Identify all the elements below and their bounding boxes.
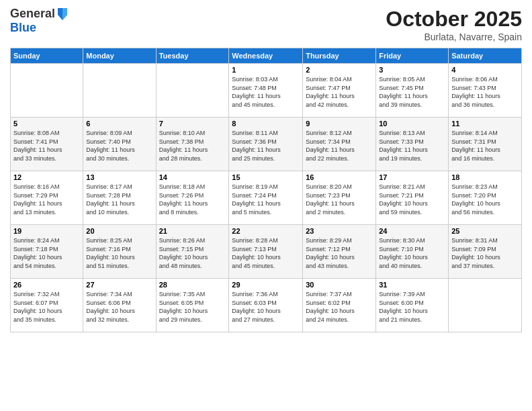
day-info: Sunrise: 8:05 AM Sunset: 7:45 PM Dayligh… [379,75,445,109]
calendar-cell: 30Sunrise: 7:37 AM Sunset: 6:02 PM Dayli… [303,279,376,332]
col-sunday: Sunday [11,48,83,64]
calendar-cell: 19Sunrise: 8:24 AM Sunset: 7:18 PM Dayli… [11,225,83,279]
col-saturday: Saturday [449,48,522,64]
calendar-cell: 12Sunrise: 8:16 AM Sunset: 7:29 PM Dayli… [11,171,83,225]
day-number: 8 [232,120,300,128]
calendar-cell: 7Sunrise: 8:10 AM Sunset: 7:38 PM Daylig… [156,118,229,171]
calendar-table: Sunday Monday Tuesday Wednesday Thursday… [10,48,522,332]
day-info: Sunrise: 8:25 AM Sunset: 7:16 PM Dayligh… [86,236,152,270]
day-info: Sunrise: 8:06 AM Sunset: 7:43 PM Dayligh… [451,75,519,109]
day-info: Sunrise: 8:14 AM Sunset: 7:31 PM Dayligh… [451,129,519,163]
calendar-cell: 6Sunrise: 8:09 AM Sunset: 7:40 PM Daylig… [83,118,156,171]
calendar-cell: 10Sunrise: 8:13 AM Sunset: 7:33 PM Dayli… [376,118,449,171]
day-number: 27 [86,281,152,289]
day-number: 12 [13,173,80,181]
day-number: 3 [379,66,445,74]
day-info: Sunrise: 7:35 AM Sunset: 6:05 PM Dayligh… [159,290,226,324]
page: General Blue October 2025 Burlata, Navar… [0,0,532,411]
day-number: 10 [379,120,445,128]
calendar-cell: 4Sunrise: 8:06 AM Sunset: 7:43 PM Daylig… [449,64,522,118]
col-tuesday: Tuesday [156,48,229,64]
day-number: 22 [232,227,300,235]
day-info: Sunrise: 8:26 AM Sunset: 7:15 PM Dayligh… [159,236,226,270]
day-info: Sunrise: 7:39 AM Sunset: 6:00 PM Dayligh… [379,290,445,324]
logo-blue: Blue [10,21,36,34]
day-number: 14 [159,173,226,181]
day-info: Sunrise: 8:12 AM Sunset: 7:34 PM Dayligh… [306,129,373,163]
header: General Blue October 2025 Burlata, Navar… [10,7,522,42]
day-number: 1 [232,66,300,74]
calendar-cell: 14Sunrise: 8:18 AM Sunset: 7:26 PM Dayli… [156,171,229,225]
calendar-cell: 26Sunrise: 7:32 AM Sunset: 6:07 PM Dayli… [11,279,83,332]
col-monday: Monday [83,48,156,64]
location: Burlata, Navarre, Spain [386,32,522,42]
day-number: 4 [451,66,519,74]
title-block: October 2025 Burlata, Navarre, Spain [386,7,522,42]
calendar-week-4: 19Sunrise: 8:24 AM Sunset: 7:18 PM Dayli… [11,225,522,279]
day-number: 2 [306,66,373,74]
calendar-cell [11,64,83,118]
calendar-cell: 22Sunrise: 8:28 AM Sunset: 7:13 PM Dayli… [229,225,303,279]
calendar-cell: 24Sunrise: 8:30 AM Sunset: 7:10 PM Dayli… [376,225,449,279]
day-info: Sunrise: 8:09 AM Sunset: 7:40 PM Dayligh… [86,129,152,163]
calendar-week-2: 5Sunrise: 8:08 AM Sunset: 7:41 PM Daylig… [11,118,522,171]
calendar-cell: 23Sunrise: 8:29 AM Sunset: 7:12 PM Dayli… [303,225,376,279]
calendar-cell: 8Sunrise: 8:11 AM Sunset: 7:36 PM Daylig… [229,118,303,171]
day-info: Sunrise: 8:13 AM Sunset: 7:33 PM Dayligh… [379,129,445,163]
calendar-cell: 18Sunrise: 8:23 AM Sunset: 7:20 PM Dayli… [449,171,522,225]
logo-icon [56,7,69,21]
calendar-cell: 28Sunrise: 7:35 AM Sunset: 6:05 PM Dayli… [156,279,229,332]
day-number: 23 [306,227,373,235]
day-number: 26 [13,281,80,289]
calendar-week-5: 26Sunrise: 7:32 AM Sunset: 6:07 PM Dayli… [11,279,522,332]
svg-marker-1 [62,8,67,20]
day-info: Sunrise: 8:03 AM Sunset: 7:48 PM Dayligh… [232,75,300,109]
calendar-cell: 16Sunrise: 8:20 AM Sunset: 7:23 PM Dayli… [303,171,376,225]
day-number: 29 [232,281,300,289]
day-info: Sunrise: 8:11 AM Sunset: 7:36 PM Dayligh… [232,129,300,163]
calendar-cell: 15Sunrise: 8:19 AM Sunset: 7:24 PM Dayli… [229,171,303,225]
day-info: Sunrise: 8:24 AM Sunset: 7:18 PM Dayligh… [13,236,80,270]
calendar-cell [156,64,229,118]
day-number: 11 [451,120,519,128]
calendar-cell: 1Sunrise: 8:03 AM Sunset: 7:48 PM Daylig… [229,64,303,118]
day-number: 28 [159,281,226,289]
day-info: Sunrise: 7:32 AM Sunset: 6:07 PM Dayligh… [13,290,80,324]
day-info: Sunrise: 8:29 AM Sunset: 7:12 PM Dayligh… [306,236,373,270]
day-number: 18 [451,173,519,181]
day-number: 30 [306,281,373,289]
calendar-week-1: 1Sunrise: 8:03 AM Sunset: 7:48 PM Daylig… [11,64,522,118]
calendar-cell: 9Sunrise: 8:12 AM Sunset: 7:34 PM Daylig… [303,118,376,171]
calendar-cell: 21Sunrise: 8:26 AM Sunset: 7:15 PM Dayli… [156,225,229,279]
day-info: Sunrise: 7:36 AM Sunset: 6:03 PM Dayligh… [232,290,300,324]
col-thursday: Thursday [303,48,376,64]
day-info: Sunrise: 8:10 AM Sunset: 7:38 PM Dayligh… [159,129,226,163]
day-number: 20 [86,227,152,235]
month-title: October 2025 [386,7,522,32]
calendar-cell: 2Sunrise: 8:04 AM Sunset: 7:47 PM Daylig… [303,64,376,118]
calendar-cell: 3Sunrise: 8:05 AM Sunset: 7:45 PM Daylig… [376,64,449,118]
day-number: 16 [306,173,373,181]
calendar-cell: 20Sunrise: 8:25 AM Sunset: 7:16 PM Dayli… [83,225,156,279]
day-number: 24 [379,227,445,235]
day-number: 31 [379,281,445,289]
day-info: Sunrise: 8:23 AM Sunset: 7:20 PM Dayligh… [451,183,519,216]
day-info: Sunrise: 8:18 AM Sunset: 7:26 PM Dayligh… [159,183,226,216]
day-number: 17 [379,173,445,181]
day-info: Sunrise: 8:08 AM Sunset: 7:41 PM Dayligh… [13,129,80,163]
day-number: 19 [13,227,80,235]
day-info: Sunrise: 8:17 AM Sunset: 7:28 PM Dayligh… [86,183,152,216]
calendar-cell: 5Sunrise: 8:08 AM Sunset: 7:41 PM Daylig… [11,118,83,171]
day-number: 9 [306,120,373,128]
logo: General Blue [10,7,69,35]
calendar-week-3: 12Sunrise: 8:16 AM Sunset: 7:29 PM Dayli… [11,171,522,225]
day-number: 5 [13,120,80,128]
day-info: Sunrise: 7:34 AM Sunset: 6:06 PM Dayligh… [86,290,152,324]
calendar-cell: 27Sunrise: 7:34 AM Sunset: 6:06 PM Dayli… [83,279,156,332]
day-number: 13 [86,173,152,181]
calendar-cell: 29Sunrise: 7:36 AM Sunset: 6:03 PM Dayli… [229,279,303,332]
col-friday: Friday [376,48,449,64]
day-info: Sunrise: 8:16 AM Sunset: 7:29 PM Dayligh… [13,183,80,216]
calendar-cell [449,279,522,332]
col-wednesday: Wednesday [229,48,303,64]
